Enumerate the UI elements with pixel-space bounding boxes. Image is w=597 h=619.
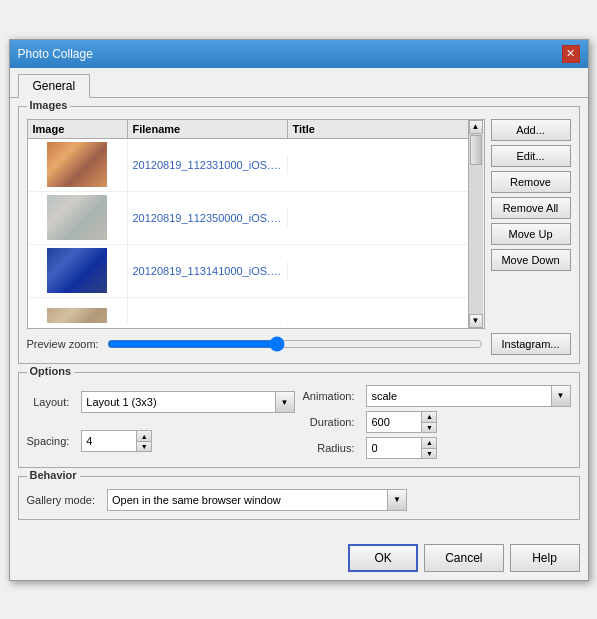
gallery-mode-select-wrapper: Open in the same browser window Open in … <box>107 489 407 511</box>
preview-zoom-slider[interactable] <box>107 336 483 352</box>
scroll-up-arrow[interactable]: ▲ <box>469 120 483 134</box>
scroll-thumb[interactable] <box>470 135 482 165</box>
dialog-body: Images Image Filename Title 2012 <box>10 98 588 536</box>
table-row[interactable] <box>28 298 484 323</box>
table-scroll[interactable]: 20120819_112331000_iOS.j... 20120819_112… <box>28 139 484 323</box>
spacing-spinner-buttons: ▲ ▼ <box>136 430 152 452</box>
duration-down-button[interactable]: ▼ <box>421 422 437 433</box>
table-cell-image-2 <box>28 192 128 244</box>
table-cell-image-3 <box>28 245 128 297</box>
radius-spinner-buttons: ▲ ▼ <box>421 437 437 459</box>
images-area: Image Filename Title 20120819_112331000_… <box>27 115 571 329</box>
spacing-up-button[interactable]: ▲ <box>136 430 152 441</box>
title-bar: Photo Collage ✕ <box>10 40 588 68</box>
behavior-section-label: Behavior <box>27 469 80 481</box>
layout-select-wrapper: Layout 1 (3x3) Layout 2 (2x2) Layout 3 ▼ <box>81 391 294 413</box>
radius-down-button[interactable]: ▼ <box>421 448 437 459</box>
table-header: Image Filename Title <box>28 120 484 139</box>
options-row: Layout: Layout 1 (3x3) Layout 2 (2x2) La… <box>27 381 571 459</box>
radius-input[interactable] <box>366 437 421 459</box>
scroll-track <box>469 134 483 314</box>
spacing-input[interactable] <box>81 430 136 452</box>
add-button[interactable]: Add... <box>491 119 571 141</box>
move-down-button[interactable]: Move Down <box>491 249 571 271</box>
slider-container <box>107 336 483 352</box>
table-cell-image-4 <box>28 298 128 323</box>
table-cell-title-1 <box>288 162 484 168</box>
behavior-section: Behavior Gallery mode: Open in the same … <box>18 476 580 520</box>
thumbnail-2 <box>47 195 107 240</box>
table-row[interactable]: 20120819_112331000_iOS.j... <box>28 139 484 192</box>
scroll-down-arrow[interactable]: ▼ <box>469 314 483 328</box>
preview-row: Preview zoom: Instagram... <box>27 329 571 355</box>
spacing-spinner: ▲ ▼ <box>81 430 294 452</box>
tab-bar: General <box>10 68 588 98</box>
images-section-label: Images <box>27 99 71 111</box>
help-button[interactable]: Help <box>510 544 580 572</box>
dialog-title: Photo Collage <box>18 47 93 61</box>
duration-label: Duration: <box>303 416 361 428</box>
move-up-button[interactable]: Move Up <box>491 223 571 245</box>
edit-button[interactable]: Edit... <box>491 145 571 167</box>
remove-button[interactable]: Remove <box>491 171 571 193</box>
radius-spinner: ▲ ▼ <box>366 437 570 459</box>
col-header-image: Image <box>28 120 128 138</box>
table-row[interactable]: 20120819_112350000_iOS.j... <box>28 192 484 245</box>
thumbnail-1 <box>47 142 107 187</box>
table-cell-image-1 <box>28 139 128 191</box>
col-header-filename: Filename <box>128 120 288 138</box>
table-cell-filename-4 <box>128 321 288 323</box>
animation-select-wrapper: scale fade none ▼ <box>366 385 570 407</box>
animation-select[interactable]: scale fade none <box>366 385 570 407</box>
animation-label: Animation: <box>303 390 361 402</box>
cancel-button[interactable]: Cancel <box>424 544 503 572</box>
table-cell-title-3 <box>288 268 484 274</box>
duration-up-button[interactable]: ▲ <box>421 411 437 422</box>
ok-button[interactable]: OK <box>348 544 418 572</box>
thumbnail-4 <box>47 308 107 323</box>
instagram-button[interactable]: Instagram... <box>491 333 571 355</box>
duration-spinner-buttons: ▲ ▼ <box>421 411 437 433</box>
table-cell-filename-3: 20120819_113141000_iOS.j... <box>128 262 288 280</box>
table-cell-filename-1: 20120819_112331000_iOS.j... <box>128 156 288 174</box>
duration-spinner: ▲ ▼ <box>366 411 570 433</box>
table-row[interactable]: 20120819_113141000_iOS.j... <box>28 245 484 298</box>
table-cell-title-4 <box>288 321 484 323</box>
layout-label: Layout: <box>27 396 76 408</box>
radius-up-button[interactable]: ▲ <box>421 437 437 448</box>
options-section-label: Options <box>27 365 75 377</box>
gallery-mode-select[interactable]: Open in the same browser window Open in … <box>107 489 407 511</box>
spacing-label: Spacing: <box>27 435 76 447</box>
col-header-title: Title <box>288 120 484 138</box>
table-cell-title-2 <box>288 215 484 221</box>
preview-zoom-label: Preview zoom: <box>27 338 99 350</box>
options-section: Options Layout: Layout 1 (3x3) Layout 2 … <box>18 372 580 468</box>
table-cell-filename-2: 20120819_112350000_iOS.j... <box>128 209 288 227</box>
options-right: Animation: scale fade none ▼ Duration: <box>303 385 571 459</box>
gallery-mode-label: Gallery mode: <box>27 494 99 506</box>
remove-all-button[interactable]: Remove All <box>491 197 571 219</box>
close-button[interactable]: ✕ <box>562 45 580 63</box>
options-left: Layout: Layout 1 (3x3) Layout 2 (2x2) La… <box>27 385 295 459</box>
image-buttons: Add... Edit... Remove Remove All Move Up… <box>491 119 571 329</box>
thumbnail-3 <box>47 248 107 293</box>
images-section: Images Image Filename Title 2012 <box>18 106 580 364</box>
duration-input[interactable] <box>366 411 421 433</box>
behavior-content: Gallery mode: Open in the same browser w… <box>27 485 571 511</box>
images-table: Image Filename Title 20120819_112331000_… <box>27 119 485 329</box>
tab-general[interactable]: General <box>18 74 91 98</box>
behavior-row: Gallery mode: Open in the same browser w… <box>27 489 571 511</box>
layout-select[interactable]: Layout 1 (3x3) Layout 2 (2x2) Layout 3 <box>81 391 294 413</box>
radius-label: Radius: <box>303 442 361 454</box>
vertical-scrollbar[interactable]: ▲ ▼ <box>468 120 484 328</box>
footer-buttons: OK Cancel Help <box>10 536 588 580</box>
photo-collage-dialog: Photo Collage ✕ General Images Image Fil… <box>9 39 589 581</box>
spacing-down-button[interactable]: ▼ <box>136 441 152 452</box>
